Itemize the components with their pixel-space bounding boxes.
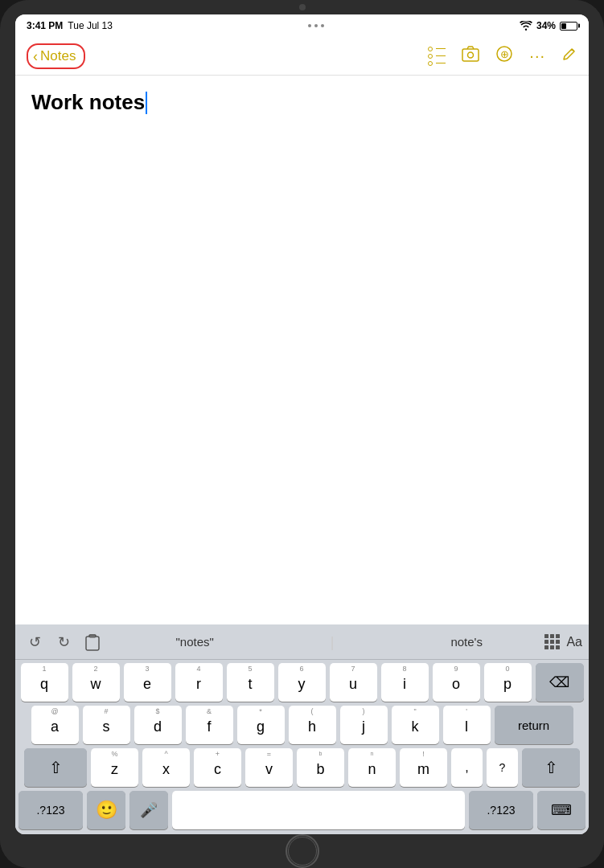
gc7 [544, 645, 549, 649]
key-u[interactable]: 7u [330, 663, 377, 702]
status-bar: 3:41 PM Tue Jul 13 34% [15, 14, 589, 37]
redo-button[interactable]: ↻ [51, 629, 76, 655]
battery-fill [561, 23, 566, 29]
checklist-line2 [428, 54, 446, 59]
gc5 [550, 640, 554, 644]
suggestion-word-1[interactable]: "notes" [167, 632, 221, 652]
key-num-8: 8 [402, 665, 406, 673]
camera-icon[interactable] [462, 46, 479, 66]
checklist-icon[interactable] [428, 47, 446, 66]
key-emoji[interactable]: 🙂 [87, 791, 125, 829]
back-button[interactable]: ‹ Notes [27, 43, 85, 69]
status-center-dots [308, 24, 324, 27]
svg-point-1 [468, 52, 474, 58]
key-z[interactable]: %z [91, 748, 138, 787]
key-f[interactable]: &f [186, 706, 233, 744]
key-num-3: 3 [145, 665, 149, 673]
key-comma[interactable]: , [451, 748, 483, 787]
key-keyboard-dismiss[interactable]: ⌨ [537, 791, 586, 829]
checklist-circle [428, 47, 433, 51]
status-time: 3:41 PM [27, 20, 63, 31]
markup-icon[interactable]: ⊕ [495, 45, 513, 67]
battery-body [560, 22, 577, 31]
key-sym-apos: ' [466, 708, 467, 715]
key-sym-eq: = [267, 751, 271, 758]
key-microphone[interactable]: 🎤 [129, 791, 168, 829]
key-sym-b: b [319, 751, 323, 756]
key-numbers-left[interactable]: .?123 [18, 791, 83, 829]
key-q[interactable]: 1q [21, 663, 68, 702]
key-t[interactable]: 5t [227, 663, 274, 702]
key-j[interactable]: )j [340, 706, 388, 744]
key-shift-right[interactable]: ⇧ [522, 748, 580, 787]
keyboard-area: ↺ ↻ "notes" | note's [15, 624, 589, 834]
keyboard-row-2: @a #s $d &f *g (h )j "k 'l return [18, 706, 586, 744]
key-v[interactable]: =v [245, 748, 293, 787]
gc4 [544, 640, 549, 644]
screen: 3:41 PM Tue Jul 13 34% [15, 14, 589, 834]
key-c[interactable]: +c [194, 748, 241, 787]
ipad-device: 3:41 PM Tue Jul 13 34% [0, 0, 604, 868]
key-m[interactable]: !m [400, 748, 447, 787]
key-i[interactable]: 8i [381, 663, 429, 702]
key-shift-left[interactable]: ⇧ [24, 748, 87, 787]
checklist-bar2 [436, 55, 446, 57]
key-return[interactable]: return [495, 706, 573, 744]
key-b[interactable]: bb [297, 748, 344, 787]
svg-text:⊕: ⊕ [500, 48, 509, 60]
clipboard-button[interactable] [80, 629, 105, 655]
key-o[interactable]: 9o [433, 663, 480, 702]
status-right: 34% [520, 20, 577, 31]
suggestion-word-2[interactable]: note's [442, 632, 491, 652]
battery-icon [560, 22, 577, 31]
grid-row1 [544, 634, 560, 638]
key-space[interactable] [172, 791, 465, 829]
compose-icon[interactable] [561, 46, 577, 66]
key-k[interactable]: "k [392, 706, 439, 744]
key-d[interactable]: $d [134, 706, 182, 744]
key-g[interactable]: *g [237, 706, 285, 744]
key-h[interactable]: (h [289, 706, 336, 744]
key-sym-caret: ^ [164, 751, 167, 758]
gc3 [556, 634, 560, 638]
key-x[interactable]: ^x [142, 748, 190, 787]
suggestion-left-controls: ↺ ↻ [22, 629, 105, 655]
grid-row3 [544, 645, 560, 649]
front-camera-icon [299, 4, 306, 10]
key-numbers-right[interactable]: .?123 [469, 791, 533, 829]
font-size-button[interactable]: Aa [566, 635, 582, 649]
key-y[interactable]: 6y [278, 663, 326, 702]
nav-bar: ‹ Notes [15, 37, 589, 76]
checklist-line3 [428, 61, 446, 66]
key-s[interactable]: #s [83, 706, 130, 744]
key-l[interactable]: 'l [443, 706, 491, 744]
grid-icon[interactable] [544, 634, 560, 649]
suggestion-right-controls: Aa [544, 634, 582, 649]
keyboard-row-4: .?123 🙂 🎤 .?123 ⌨ [18, 791, 586, 829]
home-button[interactable] [286, 834, 319, 868]
key-num-1: 1 [42, 665, 46, 673]
key-e[interactable]: 3e [124, 663, 171, 702]
key-a[interactable]: @a [31, 706, 79, 744]
key-sym-quote: " [413, 708, 416, 715]
key-backspace[interactable]: ⌫ [536, 663, 584, 702]
key-w[interactable]: 2w [72, 663, 120, 702]
key-n[interactable]: nn [348, 748, 396, 787]
device-bottom [0, 834, 604, 868]
key-question[interactable]: ? [487, 748, 518, 787]
device-top-bar [0, 0, 604, 14]
keyboard-suggestions-bar: ↺ ↻ "notes" | note's [15, 624, 589, 660]
checklist-bar [436, 48, 446, 50]
more-icon[interactable]: ··· [529, 47, 545, 65]
gc9 [556, 645, 560, 649]
key-p[interactable]: 0p [484, 663, 532, 702]
gc1 [544, 634, 549, 638]
note-content-area[interactable]: Work notes [15, 76, 589, 624]
key-r[interactable]: 4r [175, 663, 223, 702]
gc8 [550, 645, 554, 649]
key-sym-close: ) [363, 708, 365, 715]
wifi-icon [520, 21, 532, 31]
undo-button[interactable]: ↺ [22, 629, 47, 655]
key-sym-amp: & [207, 708, 212, 715]
key-sym-star: * [259, 708, 262, 715]
